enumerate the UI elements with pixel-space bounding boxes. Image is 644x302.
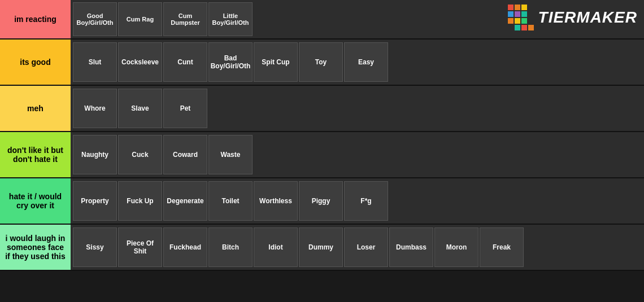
- tier-item-laugh-0[interactable]: Sissy: [73, 227, 117, 267]
- tier-item-laugh-3[interactable]: Bitch: [208, 227, 253, 267]
- logo-cell-2: [521, 5, 527, 10]
- logo-cell-9: [515, 18, 520, 24]
- tier-row-dontlike: don't like it but don't hate itNaughtyCu…: [0, 132, 644, 178]
- tier-items-hateit: PropertyFuck UpDegenerateToiletWorthless…: [71, 178, 644, 224]
- tier-label-reacting: im reacting: [0, 0, 71, 38]
- logo-cell-12: [508, 25, 514, 30]
- tier-item-laugh-6[interactable]: Loser: [344, 227, 388, 267]
- tier-item-dontlike-2[interactable]: Coward: [163, 135, 207, 174]
- tier-item-reacting-1[interactable]: Cum Rag: [118, 2, 162, 36]
- logo-cell-15: [528, 25, 534, 30]
- logo-grid-icon: [508, 5, 534, 30]
- tiermaker-container: TiERMAKER im reactingGood Boy/Girl/OthCu…: [0, 0, 644, 271]
- tier-items-meh: WhoreSlavePet: [71, 86, 644, 131]
- tier-item-hateit-6[interactable]: F*g: [344, 181, 388, 221]
- tier-label-hateit: hate it / would cry over it: [0, 178, 71, 224]
- tier-item-good-3[interactable]: Bad Boy/Girl/Oth: [208, 42, 253, 82]
- tier-item-dontlike-3[interactable]: Waste: [208, 135, 253, 174]
- logo-cell-13: [515, 25, 520, 30]
- tier-items-good: SlutCocksleeveCuntBad Boy/Girl/OthSpit C…: [71, 40, 644, 85]
- logo-cell-8: [508, 18, 514, 24]
- logo-tier-part: TiER: [538, 8, 577, 26]
- logo-cell-1: [515, 5, 520, 10]
- tier-item-good-6[interactable]: Easy: [344, 42, 388, 82]
- logo-cell-4: [508, 11, 514, 17]
- logo-cell-0: [508, 5, 514, 10]
- tier-items-laugh: SissyPiece Of ShitFuckheadBitchIdiotDumm…: [71, 225, 644, 270]
- tier-item-good-2[interactable]: Cunt: [163, 42, 207, 82]
- logo-cell-3: [528, 5, 534, 10]
- tier-item-laugh-1[interactable]: Piece Of Shit: [118, 227, 162, 267]
- tier-row-good: its goodSlutCocksleeveCuntBad Boy/Girl/O…: [0, 40, 644, 86]
- logo-cell-6: [521, 11, 527, 17]
- tier-list: im reactingGood Boy/Girl/OthCum RagCum D…: [0, 0, 644, 271]
- tier-item-hateit-5[interactable]: Piggy: [299, 181, 343, 221]
- tier-label-meh: meh: [0, 86, 71, 131]
- tier-item-good-5[interactable]: Toy: [299, 42, 343, 82]
- tier-item-laugh-8[interactable]: Moron: [434, 227, 478, 267]
- tier-row-meh: mehWhoreSlavePet: [0, 86, 644, 132]
- tier-item-laugh-9[interactable]: Freak: [480, 227, 524, 267]
- tier-item-good-4[interactable]: Spit Cup: [254, 42, 298, 82]
- tier-items-dontlike: NaughtyCuckCowardWaste: [71, 132, 644, 177]
- tier-label-laugh: i would laugh in someones face if they u…: [0, 225, 71, 270]
- logo-text: TiERMAKER: [538, 8, 637, 27]
- tier-item-hateit-2[interactable]: Degenerate: [163, 181, 207, 221]
- logo-cell-14: [521, 25, 527, 30]
- tier-item-laugh-2[interactable]: Fuckhead: [163, 227, 207, 267]
- tier-item-laugh-4[interactable]: Idiot: [254, 227, 298, 267]
- tier-label-good: its good: [0, 40, 71, 85]
- tier-item-hateit-1[interactable]: Fuck Up: [118, 181, 162, 221]
- logo-cell-11: [528, 18, 534, 24]
- tier-item-meh-0[interactable]: Whore: [73, 89, 117, 128]
- tier-label-dontlike: don't like it but don't hate it: [0, 132, 71, 177]
- tier-row-laugh: i would laugh in someones face if they u…: [0, 225, 644, 271]
- tier-item-laugh-7[interactable]: Dumbass: [389, 227, 433, 267]
- logo-cell-5: [515, 11, 520, 17]
- logo-maker-part: MAKER: [576, 8, 637, 26]
- tier-item-hateit-0[interactable]: Property: [73, 181, 117, 221]
- tier-item-dontlike-1[interactable]: Cuck: [118, 135, 162, 174]
- tier-row-hateit: hate it / would cry over itPropertyFuck …: [0, 178, 644, 225]
- tier-item-hateit-4[interactable]: Worthless: [254, 181, 298, 221]
- tier-item-reacting-0[interactable]: Good Boy/Girl/Oth: [73, 2, 117, 36]
- tier-item-hateit-3[interactable]: Toilet: [208, 181, 253, 221]
- tier-item-dontlike-0[interactable]: Naughty: [73, 135, 117, 174]
- tier-item-reacting-2[interactable]: Cum Dumpster: [163, 2, 207, 36]
- tier-item-reacting-3[interactable]: Little Boy/Girl/Oth: [208, 2, 253, 36]
- tier-item-good-0[interactable]: Slut: [73, 42, 117, 82]
- logo-area: TiERMAKER: [508, 5, 637, 30]
- logo-cell-10: [521, 18, 527, 24]
- tier-item-laugh-5[interactable]: Dummy: [299, 227, 343, 267]
- tier-item-good-1[interactable]: Cocksleeve: [118, 42, 162, 82]
- logo-cell-7: [528, 11, 534, 17]
- tier-item-meh-2[interactable]: Pet: [163, 89, 207, 128]
- tier-item-meh-1[interactable]: Slave: [118, 89, 162, 128]
